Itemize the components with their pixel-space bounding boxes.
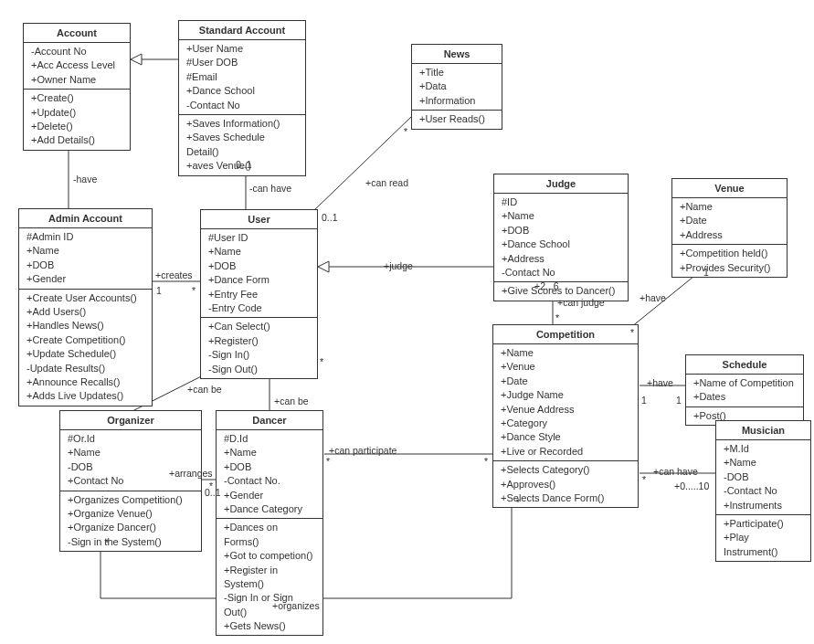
- mult-01a: 0..1: [236, 159, 252, 170]
- svg-line-5: [314, 117, 411, 210]
- class-admin-account-ops: +Create User Accounts() +Add Users() +Ha…: [19, 290, 152, 406]
- class-venue: Venue +Name +Date +Address +Competition …: [671, 178, 788, 278]
- mult-sched-comp-1: 1: [641, 395, 647, 406]
- label-can-judge: +can judge: [557, 297, 605, 308]
- mult-venue-1: 1: [703, 267, 709, 278]
- mult-010: +0.....10: [674, 480, 709, 491]
- class-account-attrs: -Account No +Acc Access Level +Owner Nam…: [24, 43, 130, 90]
- label-creates: +creates: [155, 269, 193, 280]
- class-judge-attrs: #ID +Name +DOB +Dance School +Address -C…: [494, 194, 628, 282]
- mult-sched-1: 1: [676, 395, 682, 406]
- label-have-venue: +have: [640, 292, 666, 303]
- class-user: User #User ID +Name +DOB +Dance Form +En…: [200, 209, 318, 379]
- class-admin-account-attrs: #Admin ID +Name +DOB +Gender: [19, 228, 152, 290]
- class-venue-attrs: +Name +Date +Address: [672, 198, 787, 245]
- class-account-header: Account: [24, 24, 130, 43]
- label-can-read: +can read: [365, 177, 408, 188]
- class-news-header: News: [412, 45, 502, 64]
- mult-comp-venue-star: *: [630, 327, 634, 338]
- class-musician: Musician +M.Id +Name -DOB -Contact No +I…: [715, 420, 811, 562]
- class-account: Account -Account No +Acc Access Level +O…: [23, 23, 131, 151]
- class-competition: Competition +Name +Venue +Date +Judge Na…: [492, 324, 639, 508]
- class-standard-account-header: Standard Account: [179, 21, 305, 40]
- class-musician-ops: +Participate() +Play Instrument(): [716, 515, 810, 561]
- class-dancer-attrs: #D.Id +Name +DOB -Contact No. +Gender +D…: [217, 430, 322, 519]
- svg-marker-8: [318, 261, 329, 272]
- class-judge: Judge #ID +Name +DOB +Dance School +Addr…: [493, 174, 629, 301]
- mult-star-user: *: [320, 356, 323, 367]
- class-dancer-ops: +Dances on Forms() +Got to competion() +…: [217, 519, 322, 635]
- class-account-ops: +Create() +Update() +Delete() +Add Detai…: [24, 90, 130, 150]
- class-organizer-attrs: #Or.Id +Name -DOB +Contact No: [60, 430, 201, 491]
- class-organizer-ops: +Organizes Competition() +Organize Venue…: [60, 491, 201, 552]
- class-standard-account: Standard Account +User Name #User DOB #E…: [178, 20, 306, 176]
- mult-01b: 0..1: [322, 212, 338, 223]
- class-organizer-header: Organizer: [60, 411, 201, 430]
- mult-26: +2...6: [534, 280, 559, 291]
- label-can-be-1: +can be: [187, 384, 222, 395]
- mult-star-comp-part: *: [484, 456, 488, 467]
- class-musician-header: Musician: [716, 421, 810, 440]
- class-judge-header: Judge: [494, 174, 628, 194]
- class-user-header: User: [201, 210, 317, 229]
- class-admin-account: Admin Account #Admin ID +Name +DOB +Gend…: [18, 208, 153, 406]
- class-competition-attrs: +Name +Venue +Date +Judge Name +Venue Ad…: [493, 344, 638, 461]
- class-venue-ops: +Competition held() +Provides Security(): [672, 245, 787, 277]
- class-schedule: Schedule +Name of Competition +Dates +Po…: [685, 354, 804, 426]
- label-can-have-2: +can have: [653, 466, 698, 477]
- mult-star-dancer: *: [326, 456, 330, 467]
- class-news-attrs: +Title +Data +Information: [412, 64, 502, 111]
- class-standard-account-attrs: +User Name #User DOB #Email +Dance Schoo…: [179, 40, 305, 115]
- class-user-attrs: #User ID +Name +DOB +Dance Form +Entry F…: [201, 229, 317, 318]
- class-competition-ops: +Selects Category() +Approves() +Selects…: [493, 461, 638, 507]
- class-admin-account-header: Admin Account: [19, 209, 152, 228]
- label-can-be-2: +can be: [274, 396, 309, 406]
- mult-comp-star: *: [555, 312, 559, 323]
- label-have-sched: +have: [647, 377, 673, 388]
- label-have: -have: [73, 174, 97, 185]
- class-news-ops: +User Reads(): [412, 111, 502, 128]
- mult-star-org-comp: *: [516, 497, 520, 508]
- class-musician-attrs: +M.Id +Name -DOB -Contact No +Instrument…: [716, 440, 810, 515]
- class-user-ops: +Can Select() +Register() -Sign In() -Si…: [201, 318, 317, 378]
- mult-01c: 0..1: [205, 487, 221, 498]
- class-dancer-header: Dancer: [217, 411, 322, 430]
- class-schedule-attrs: +Name of Competition +Dates: [686, 375, 803, 407]
- mult-star-comp-mus: *: [642, 474, 646, 485]
- label-organizes: +organizes: [272, 600, 320, 611]
- label-judge: +judge: [384, 260, 413, 271]
- class-news: News +Title +Data +Information +User Rea…: [411, 44, 502, 130]
- label-can-participate: +can participate: [329, 445, 396, 456]
- mult-creates-1: 1: [156, 285, 162, 296]
- class-venue-header: Venue: [672, 179, 787, 198]
- label-can-have: -can have: [249, 183, 291, 194]
- class-competition-header: Competition: [493, 325, 638, 344]
- label-arranges: +arranges: [169, 468, 213, 479]
- mult-star-news: *: [404, 126, 407, 137]
- mult-creates-star: *: [192, 285, 196, 296]
- class-organizer: Organizer #Or.Id +Name -DOB +Contact No …: [59, 410, 202, 552]
- svg-marker-3: [131, 54, 142, 65]
- mult-star-org: *: [105, 537, 109, 548]
- class-schedule-header: Schedule: [686, 355, 803, 375]
